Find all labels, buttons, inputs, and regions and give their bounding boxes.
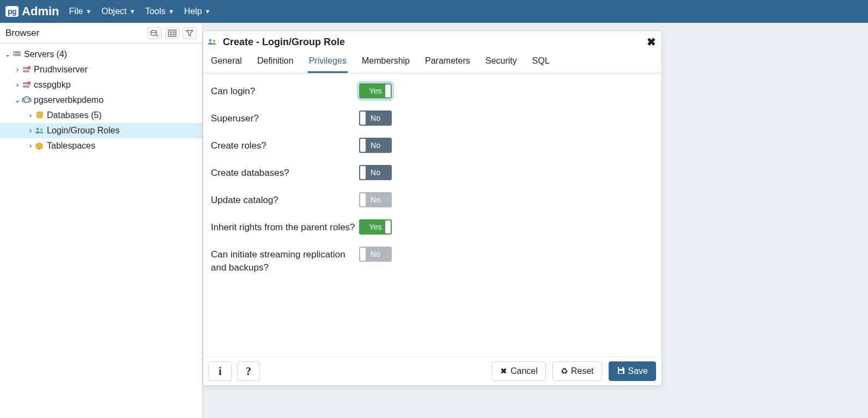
- query-tool-icon[interactable]: [148, 27, 162, 39]
- privilege-row: Inherit rights from the parent roles?Yes: [211, 219, 654, 235]
- chevron-down-icon: ▼: [205, 8, 211, 15]
- server-group-icon: [12, 51, 22, 58]
- toggle-switch[interactable]: No: [359, 110, 392, 126]
- privilege-control: Yes: [359, 219, 392, 235]
- save-icon: [617, 366, 625, 376]
- tab-membership[interactable]: Membership: [361, 52, 411, 73]
- chevron-right-icon[interactable]: ›: [13, 66, 22, 73]
- dialog-header: Create - Login/Group Role ✖: [203, 31, 661, 52]
- tab-label: Definition: [257, 56, 294, 65]
- privilege-label: Can login?: [211, 83, 359, 98]
- menu-file[interactable]: File ▼: [69, 7, 92, 16]
- chevron-down-icon[interactable]: ⌄: [13, 96, 22, 104]
- toggle-knob: [360, 166, 366, 179]
- menu-object[interactable]: Object ▼: [101, 7, 135, 16]
- toggle-label: Yes: [369, 223, 382, 231]
- privilege-row: Update catalog?No: [211, 192, 654, 207]
- toggle-label: No: [371, 195, 380, 204]
- toggle-label: Yes: [369, 87, 382, 95]
- tab-sql[interactable]: SQL: [531, 52, 551, 73]
- tree-tablespaces[interactable]: › Tablespaces: [0, 138, 202, 153]
- tree-servers-group[interactable]: ⌄ Servers (4): [0, 47, 202, 62]
- privilege-control: No: [359, 110, 392, 126]
- tab-label: SQL: [532, 56, 550, 65]
- toggle-switch[interactable]: Yes: [359, 219, 392, 235]
- button-label: Cancel: [511, 366, 538, 376]
- svg-point-18: [37, 128, 39, 131]
- help-button[interactable]: ?: [237, 361, 260, 381]
- browser-tree: ⌄ Servers (4) › Prudhviserver › csspgbkp: [0, 44, 202, 157]
- reset-button[interactable]: ♻ Reset: [553, 361, 602, 381]
- view-data-icon[interactable]: [165, 27, 179, 39]
- dialog-footer: i ? ✖ Cancel ♻ Reset: [203, 356, 661, 385]
- toggle-label: No: [371, 114, 380, 122]
- tab-security[interactable]: Security: [484, 52, 518, 73]
- menu-label: Object: [101, 7, 126, 16]
- tree-login-group-roles[interactable]: › Login/Group Roles: [0, 123, 202, 138]
- toggle-knob: [385, 84, 391, 97]
- save-button[interactable]: Save: [609, 361, 656, 381]
- tree-label: Prudhviserver: [34, 65, 88, 75]
- svg-rect-13: [23, 85, 29, 88]
- top-menubar: pgAdmin File ▼ Object ▼ Tools ▼ Help ▼: [0, 0, 868, 23]
- tab-general[interactable]: General: [210, 52, 243, 73]
- privilege-label: Update catalog?: [211, 192, 359, 207]
- chevron-down-icon: ▼: [168, 8, 174, 15]
- svg-rect-11: [23, 70, 29, 72]
- browser-title: Browser: [5, 28, 39, 39]
- tab-privileges[interactable]: Privileges: [308, 52, 348, 73]
- cancel-button[interactable]: ✖ Cancel: [492, 361, 546, 381]
- menu-label: Help: [184, 7, 202, 16]
- toggle-switch[interactable]: Yes: [359, 83, 392, 99]
- toggle-switch[interactable]: No: [359, 165, 392, 180]
- menu-tools[interactable]: Tools ▼: [145, 7, 174, 16]
- close-icon[interactable]: ✖: [647, 35, 656, 48]
- filter-icon[interactable]: [183, 27, 197, 39]
- browser-sidebar: Browser ⌄ Servers (4): [0, 23, 203, 418]
- brand: pgAdmin: [5, 4, 59, 19]
- toggle-label: No: [371, 168, 380, 177]
- svg-point-9: [14, 54, 15, 56]
- privilege-row: Create databases?No: [211, 165, 654, 180]
- tab-parameters[interactable]: Parameters: [424, 52, 471, 73]
- chevron-right-icon[interactable]: ›: [26, 142, 35, 150]
- tree-server-pgserverbkpdemo[interactable]: ⌄ pgserverbkpdemo: [0, 93, 202, 108]
- tree-label: Tablespaces: [47, 141, 95, 151]
- toggle-knob: [385, 220, 391, 233]
- tree-server-prudhviserver[interactable]: › Prudhviserver: [0, 62, 202, 77]
- chevron-down-icon[interactable]: ⌄: [3, 51, 12, 58]
- toggle-label: No: [371, 250, 380, 259]
- svg-rect-22: [619, 367, 622, 369]
- info-button[interactable]: i: [209, 361, 232, 381]
- tree-server-csspgbkp[interactable]: › csspgbkp: [0, 77, 202, 93]
- toggle-knob: [360, 112, 366, 125]
- privilege-label: Can initiate streaming replication and b…: [211, 247, 359, 274]
- svg-rect-23: [619, 371, 623, 373]
- tree-label: csspgbkp: [34, 80, 71, 90]
- dialog-body: Can login?YesSuperuser?NoCreate roles?No…: [203, 73, 661, 356]
- server-icon: [22, 81, 32, 89]
- privilege-label: Superuser?: [211, 110, 359, 125]
- svg-point-19: [40, 128, 43, 131]
- menu-help[interactable]: Help ▼: [184, 7, 211, 16]
- privilege-row: Can initiate streaming replication and b…: [211, 247, 654, 274]
- privilege-control: No: [359, 165, 392, 180]
- svg-point-0: [151, 30, 156, 32]
- tab-label: Security: [485, 56, 517, 65]
- content-area: Create - Login/Group Role ✖ General Defi…: [203, 23, 868, 418]
- svg-point-15: [27, 99, 28, 100]
- main-area: Browser ⌄ Servers (4): [0, 23, 868, 418]
- toggle-switch[interactable]: No: [359, 138, 392, 153]
- privilege-control: No: [359, 192, 392, 207]
- chevron-right-icon[interactable]: ›: [26, 112, 35, 119]
- tab-definition[interactable]: Definition: [256, 52, 295, 73]
- privilege-label: Inherit rights from the parent roles?: [211, 219, 359, 234]
- privilege-control: Yes: [359, 83, 392, 99]
- privilege-row: Create roles?No: [211, 138, 654, 153]
- tree-databases[interactable]: › Databases (5): [0, 108, 202, 123]
- tree-label: pgserverbkpdemo: [34, 95, 104, 105]
- chevron-right-icon[interactable]: ›: [13, 81, 22, 89]
- toggle-switch: No: [359, 247, 392, 262]
- chevron-right-icon[interactable]: ›: [26, 127, 35, 134]
- privilege-row: Superuser?No: [211, 110, 654, 126]
